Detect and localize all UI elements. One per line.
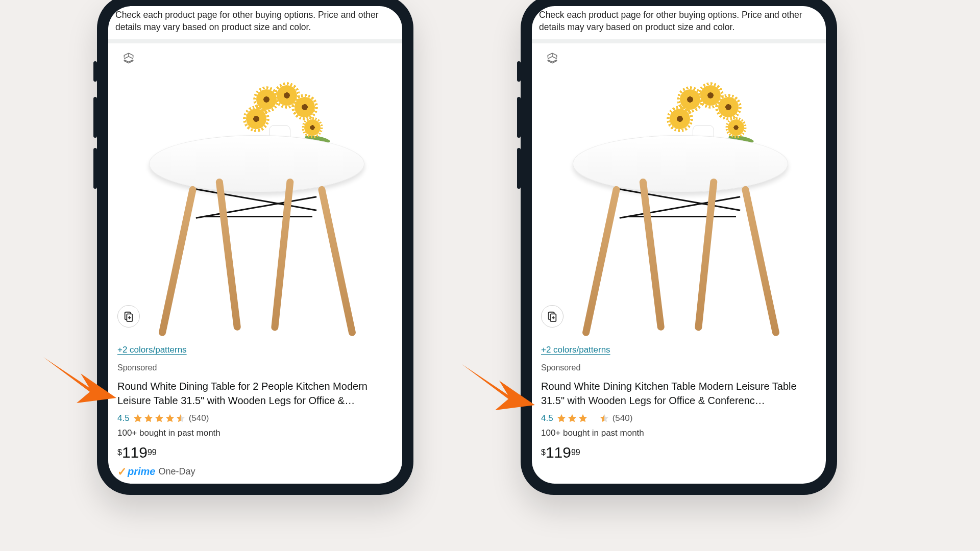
save-to-list-icon[interactable]: [541, 305, 564, 328]
product-image[interactable]: [532, 43, 826, 337]
product-card[interactable]: +2 colors/patterns Sponsored Round White…: [532, 39, 826, 463]
star-rating-icon: [133, 413, 186, 423]
save-to-list-icon[interactable]: [117, 305, 140, 328]
price: $ 119 99: [541, 445, 817, 460]
prime-delivery-row: ✓prime One-Day: [117, 463, 393, 480]
ar-view-icon[interactable]: [120, 51, 137, 67]
options-notice: Check each product page for other buying…: [532, 7, 826, 39]
product-illustration: [134, 84, 379, 329]
phone-screen[interactable]: Check each product page for other buying…: [532, 6, 826, 484]
colors-patterns-link[interactable]: +2 colors/patterns: [117, 345, 187, 355]
price-currency: $: [541, 446, 546, 459]
price-whole: 119: [546, 445, 571, 460]
phone-side-button: [93, 61, 97, 82]
price: $ 119 99: [117, 445, 393, 460]
product-meta: +2 colors/patterns Sponsored Round White…: [108, 337, 402, 483]
rating-row[interactable]: 4.5 (540): [541, 412, 817, 425]
phone-mockup-right: Check each product page for other buying…: [521, 0, 837, 495]
product-title[interactable]: Round White Dining Table for 2 People Ki…: [117, 379, 393, 408]
rating-value: 4.5: [117, 412, 130, 425]
bought-in-past-month: 100+ bought in past month: [117, 427, 393, 440]
phone-mockup-left: Check each product page for other buying…: [97, 0, 413, 495]
price-whole: 119: [122, 445, 148, 460]
product-image[interactable]: [108, 43, 402, 337]
prime-logo-icon: ✓prime: [117, 463, 155, 480]
options-notice: Check each product page for other buying…: [108, 7, 402, 39]
phone-side-button: [93, 97, 97, 138]
review-count: (540): [612, 412, 633, 425]
phone-side-button: [517, 61, 521, 82]
bought-in-past-month: 100+ bought in past month: [541, 427, 817, 440]
ar-view-icon[interactable]: [544, 51, 560, 67]
phone-screen[interactable]: Check each product page for other buying…: [108, 6, 402, 484]
product-illustration: [557, 84, 802, 329]
price-cents: 99: [148, 446, 157, 459]
product-meta: +2 colors/patterns Sponsored Round White…: [532, 337, 826, 463]
delivery-text: One-Day: [158, 465, 195, 479]
phone-side-button: [517, 97, 521, 138]
sponsored-label: Sponsored: [541, 362, 817, 374]
sponsored-label: Sponsored: [117, 362, 393, 374]
phone-side-button: [517, 148, 521, 189]
product-card[interactable]: +2 colors/patterns Sponsored Round White…: [108, 39, 402, 483]
rating-row[interactable]: 4.5 (540): [117, 412, 393, 425]
rating-value: 4.5: [541, 412, 553, 425]
colors-patterns-link[interactable]: +2 colors/patterns: [541, 345, 610, 355]
phone-side-button: [93, 148, 97, 189]
price-currency: $: [117, 446, 122, 459]
price-cents: 99: [571, 446, 580, 459]
product-title[interactable]: Round White Dining Kitchen Table Modern …: [541, 379, 817, 408]
review-count: (540): [189, 412, 209, 425]
comparison-stage: Check each product page for other buying…: [0, 0, 980, 551]
star-rating-icon: [556, 413, 609, 423]
